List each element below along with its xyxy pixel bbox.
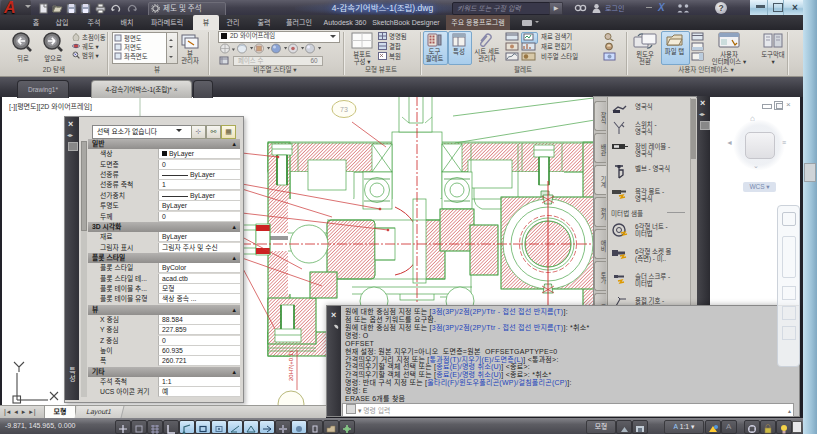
svg-text:73: 73 — [340, 106, 348, 113]
svg-text:20H7(+0.1): 20H7(+0.1) — [288, 351, 294, 381]
